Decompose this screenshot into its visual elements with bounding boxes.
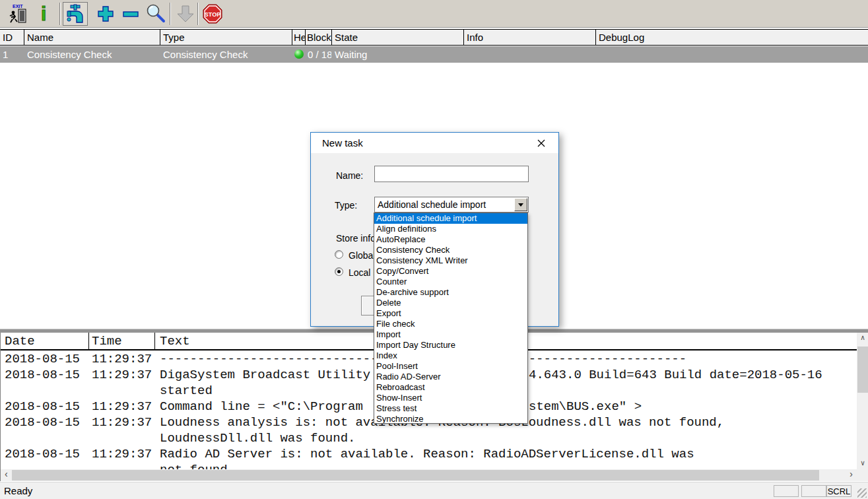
column-header-block[interactable]: Block	[306, 30, 332, 45]
dropdown-item[interactable]: Align definitions	[374, 224, 527, 234]
toolbar-separator	[170, 3, 171, 25]
status-bar: Ready SCRL	[0, 482, 868, 499]
task-name: Consistency Check	[24, 46, 160, 63]
task-row-consistency-check[interactable]: 1 Consistency Check Consistency Check 0 …	[0, 46, 868, 63]
stop-icon: STOP	[202, 3, 223, 24]
status-text: Ready	[4, 485, 32, 496]
dropdown-item[interactable]: Consistency XML Writer	[374, 255, 527, 266]
radio-global-label: Global	[349, 250, 375, 261]
faucet-icon	[65, 3, 86, 24]
dropdown-item[interactable]: Show-Insert	[374, 393, 527, 403]
column-header-health[interactable]: Health	[292, 30, 306, 45]
column-header-id[interactable]: ID	[0, 30, 24, 45]
dropdown-item[interactable]: Counter	[374, 277, 527, 287]
column-header-debuglog[interactable]: DebugLog	[596, 30, 868, 45]
scroll-right-icon[interactable]: ›	[846, 469, 857, 481]
info-button[interactable]: i	[32, 2, 57, 26]
dropdown-item[interactable]: File check	[374, 319, 527, 329]
log-date: 2018-08-15	[5, 351, 80, 367]
toolbar: EXIT i	[0, 0, 868, 28]
close-button[interactable]	[531, 136, 551, 150]
stop-button[interactable]: STOP	[200, 2, 225, 26]
log-date: 2018-08-15	[5, 446, 80, 462]
scroll-down-icon[interactable]: ∨	[857, 458, 868, 469]
dropdown-item[interactable]: De-archive support	[374, 287, 527, 298]
log-time: 11:29:37	[92, 367, 152, 383]
type-combobox[interactable]: Additional schedule import	[374, 197, 529, 213]
magnifier-icon	[145, 3, 166, 24]
log-horizontal-scrollbar[interactable]: ‹ ›	[1, 469, 857, 481]
dialog-title: New task	[322, 137, 363, 149]
dropdown-item[interactable]: Copy/Convert	[374, 266, 527, 277]
dropdown-item[interactable]: Import	[374, 329, 527, 340]
dropdown-item[interactable]: Index	[374, 350, 527, 361]
combobox-dropdown-button[interactable]	[514, 198, 527, 211]
plus-icon	[96, 4, 116, 24]
chevron-down-icon	[518, 203, 523, 207]
log-text: started	[160, 383, 213, 399]
log-vertical-scrollbar[interactable]: ∧ ∨	[857, 333, 868, 469]
tap-connection-button[interactable]	[63, 2, 88, 26]
scrollbar-corner	[857, 469, 868, 481]
log-time: 11:29:37	[92, 415, 152, 430]
status-pane-1	[774, 485, 799, 497]
close-icon	[537, 139, 545, 147]
status-pane-scrl: SCRL	[826, 485, 851, 497]
scroll-left-icon[interactable]: ‹	[1, 469, 12, 481]
dropdown-item[interactable]: Synchronize	[374, 414, 527, 424]
log-column-text: Text	[160, 334, 190, 349]
log-text: Radio AD Server is: not available. Reaso…	[160, 446, 694, 462]
horizontal-scroll-thumb[interactable]	[12, 470, 819, 481]
dropdown-item[interactable]: Stress test	[374, 403, 527, 414]
download-button[interactable]	[173, 2, 198, 26]
column-header-info[interactable]: Info	[464, 30, 596, 45]
type-combobox-value: Additional schedule import	[378, 199, 486, 210]
info-icon: i	[34, 3, 54, 25]
scroll-up-icon[interactable]: ∧	[857, 333, 868, 344]
log-time: 11:29:37	[92, 399, 152, 415]
status-pane-2	[801, 485, 826, 497]
dropdown-item[interactable]: Import Day Structure	[374, 340, 527, 350]
log-date: 2018-08-15	[5, 367, 80, 383]
dropdown-item[interactable]: Export	[374, 308, 527, 319]
task-list-header: ID Name Type Health Block State Info Deb…	[0, 29, 868, 46]
type-dropdown-list: Additional schedule importAlign definiti…	[374, 213, 528, 424]
dropdown-item[interactable]: Radio AD-Server	[374, 372, 527, 382]
log-row: 2018-08-1511:29:37Radio AD Server is: no…	[1, 446, 857, 462]
column-header-name[interactable]: Name	[24, 30, 160, 45]
log-column-date: Date	[5, 334, 35, 349]
log-text: stem\BUS.exe" >	[529, 399, 642, 415]
add-task-button[interactable]	[93, 2, 118, 26]
task-block: 0 / 18	[305, 46, 331, 63]
column-header-state[interactable]: State	[332, 30, 464, 45]
name-input[interactable]	[374, 166, 529, 182]
vertical-scroll-thumb[interactable]	[857, 347, 868, 393]
log-date: 2018-08-15	[5, 415, 80, 430]
column-header-type[interactable]: Type	[160, 30, 292, 45]
dialog-title-bar[interactable]: New task	[311, 133, 558, 153]
radio-local-database[interactable]	[335, 267, 343, 276]
task-type: Consistency Check	[160, 46, 292, 63]
task-id: 1	[0, 46, 24, 63]
task-state: Waiting	[332, 46, 464, 63]
dropdown-item[interactable]: AutoReplace	[374, 234, 527, 245]
exit-icon: EXIT	[7, 3, 28, 25]
svg-text:STOP: STOP	[205, 11, 220, 18]
dropdown-item[interactable]: Rebroadcast	[374, 382, 527, 393]
exit-button[interactable]: EXIT	[5, 2, 30, 26]
log-column-time: Time	[92, 334, 122, 349]
dropdown-item[interactable]: Consistency Check	[374, 245, 527, 255]
svg-text:EXIT: EXIT	[13, 4, 23, 9]
name-label: Name:	[336, 170, 363, 181]
log-date: 2018-08-15	[5, 399, 80, 415]
dropdown-item[interactable]: Additional schedule import	[374, 213, 527, 224]
resize-grip[interactable]	[857, 488, 867, 498]
log-time: 11:29:37	[92, 446, 152, 462]
down-arrow-icon	[176, 4, 195, 24]
dropdown-item[interactable]: Delete	[374, 298, 527, 308]
minus-icon	[121, 4, 141, 24]
zoom-button[interactable]	[143, 2, 168, 26]
radio-global[interactable]	[335, 250, 343, 259]
remove-task-button[interactable]	[118, 2, 143, 26]
dropdown-item[interactable]: Pool-Insert	[374, 361, 527, 372]
